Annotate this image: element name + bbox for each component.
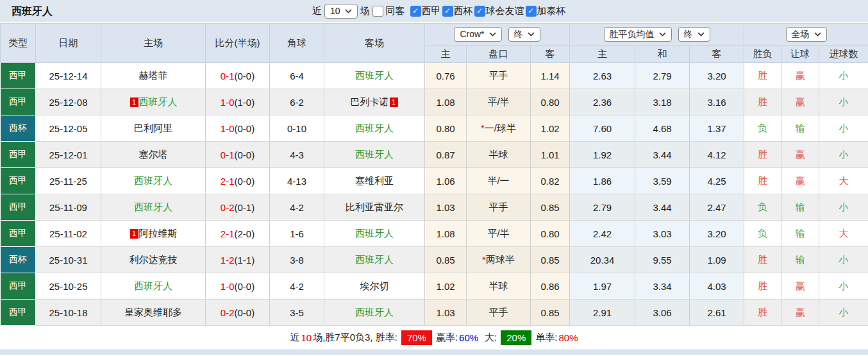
team-name: 埃尔切 [360, 280, 389, 291]
bookmaker-period-value: 终 [514, 29, 523, 40]
odds-draw-cell: 3.18 [635, 89, 690, 115]
competition-cell: 西甲 [1, 194, 36, 221]
corner-cell: 0-10 [270, 115, 324, 142]
match-history-table: 类型 日期 主场 比分(半场) 角球 客场 Crow* 终 [0, 23, 868, 326]
odds-draw-cell: 3.06 [635, 300, 690, 326]
water-away-cell: 0.85 [531, 194, 570, 221]
filter-checkbox-icon[interactable]: ✓ [442, 6, 453, 17]
match-row: 西杯25-12-05巴利阿里1-0(0-0)0-10西班牙人0.80*一/球半1… [1, 115, 868, 142]
result-wdl-cell: 胜 [744, 63, 781, 89]
score-halftime: (1-1) [235, 255, 255, 266]
result-goals-cell: 大 [819, 221, 868, 247]
handicap-cell: 平/半 [467, 89, 531, 115]
team-name: 赫塔菲 [139, 70, 168, 81]
team-name: 西班牙人 [355, 149, 394, 160]
odds-draw-cell: 4.68 [635, 115, 690, 142]
match-count-value: 10 [330, 6, 340, 17]
corner-cell: 4-13 [270, 168, 324, 194]
scope-select[interactable]: 全场 [786, 27, 827, 42]
competition-cell: 西甲 [1, 300, 36, 326]
away-team-cell: 西班牙人 [324, 221, 425, 247]
bookmaker-select-value: Crow* [460, 29, 484, 40]
water-away-cell: 0.80 [531, 89, 570, 115]
handicap-value: 两球半 [486, 254, 515, 265]
filter-checkbox-icon[interactable]: ✓ [474, 6, 485, 17]
team-name: 皇家奥维耶多 [124, 307, 182, 318]
score-cell: 0-2(0-1) [206, 194, 270, 221]
odds-away-cell: 1.37 [690, 115, 744, 142]
result-handicap-cell: 输 [781, 247, 819, 273]
water-away-cell: 0.82 [531, 168, 570, 194]
score-cell: 1-0(1-0) [206, 89, 270, 115]
away-team-cell: 西班牙人 [324, 63, 425, 89]
home-team-cell: 西班牙人 [101, 273, 206, 300]
bookmaker-select[interactable]: Crow* [454, 27, 501, 42]
chevron-down-icon [489, 32, 496, 37]
odds-draw-cell: 2.79 [635, 63, 690, 89]
result-goals-cell: 小 [819, 63, 868, 89]
odds-away-cell: 4.03 [690, 273, 744, 300]
page-title: 西班牙人 [12, 5, 53, 19]
odds-home-cell: 2.63 [570, 63, 635, 89]
score-cell: 0-1(0-0) [206, 63, 270, 89]
odds-home-cell: 2.79 [570, 194, 635, 221]
handicap-value: 平/半 [487, 96, 509, 107]
water-home-cell: 1.06 [425, 168, 467, 194]
score-fulltime: 0-1 [221, 149, 235, 160]
score-cell: 2-1(2-0) [206, 221, 270, 247]
handicap-value: 平手 [489, 307, 508, 318]
handicap-value: 半/一 [487, 175, 509, 186]
team-name: 阿拉维斯 [139, 228, 178, 239]
odds-away-cell: 1.09 [690, 247, 744, 273]
odds-period-select[interactable]: 终 [678, 27, 710, 42]
odds-home-cell: 20.34 [570, 247, 635, 273]
result-wdl-cell: 胜 [744, 273, 781, 300]
water-away-cell: 0.85 [531, 247, 570, 273]
competition-cell: 西甲 [1, 89, 36, 115]
handicap-cell: *一/球半 [467, 115, 531, 142]
odds-type-value: 胜平负均值 [610, 29, 655, 40]
red-card-badge: 1 [130, 229, 138, 239]
match-count-select[interactable]: 10 [324, 4, 358, 19]
filter-checkbox-icon[interactable]: ✓ [410, 6, 421, 17]
score-fulltime: 2-1 [221, 228, 235, 239]
match-date: 25-10-31 [36, 247, 101, 273]
home-team-cell: 塞尔塔 [101, 142, 206, 168]
chevron-down-icon [697, 32, 705, 37]
table-body: 西甲25-12-14赫塔菲0-1(0-0)6-4西班牙人0.76平手1.142.… [1, 63, 868, 326]
score-cell: 1-0(0-0) [206, 115, 270, 142]
col-header-away: 客场 [324, 24, 425, 63]
sub-header-let: 让球 [781, 46, 819, 63]
match-date: 25-12-08 [36, 89, 101, 115]
result-handicap-cell: 赢 [781, 63, 819, 89]
competition-cell: 西杯 [1, 247, 36, 273]
same-opponent-checkbox[interactable] [372, 6, 383, 17]
score-cell: 0-2(0-0) [206, 300, 270, 326]
filter-label: 西甲 [422, 5, 441, 17]
filter-checkbox-icon[interactable]: ✓ [526, 6, 537, 17]
bookmaker-period-select[interactable]: 终 [508, 27, 540, 42]
match-date: 25-11-09 [36, 194, 101, 221]
match-date: 25-12-14 [36, 63, 101, 89]
match-history-page: 西班牙人 近 10 场 同客 ✓西甲✓西杯✓球会友谊✓加泰杯 类型 日期 [0, 0, 868, 356]
competition-cell: 西甲 [1, 273, 36, 300]
handicap-cell: 平手 [467, 300, 531, 326]
away-team-cell: 比利亚雷亚尔 [324, 194, 425, 221]
home-team-cell: 巴利阿里 [101, 115, 206, 142]
corner-cell: 4-2 [270, 273, 324, 300]
odds-away-cell: 2.61 [690, 300, 744, 326]
away-team-cell: 西班牙人 [324, 142, 425, 168]
handicap-value: 平/半 [487, 228, 509, 239]
win-rate-badge: 70% [401, 330, 432, 345]
team-name: 西班牙人 [134, 201, 172, 212]
score-fulltime: 0-1 [221, 71, 235, 81]
odds-type-select[interactable]: 胜平负均值 [604, 27, 672, 42]
home-team-cell: 赫塔菲 [101, 63, 206, 89]
match-row: 西甲25-10-18皇家奥维耶多0-2(0-0)3-5西班牙人1.03平手0.8… [1, 300, 868, 326]
water-home-cell: 1.08 [425, 221, 467, 247]
filter-label: 球会友谊 [486, 5, 524, 17]
team-name: 西班牙人 [355, 70, 394, 81]
team-name: 西班牙人 [355, 254, 394, 265]
handicap-cell: 平手 [467, 194, 531, 221]
result-wdl-cell: 胜 [744, 89, 781, 115]
